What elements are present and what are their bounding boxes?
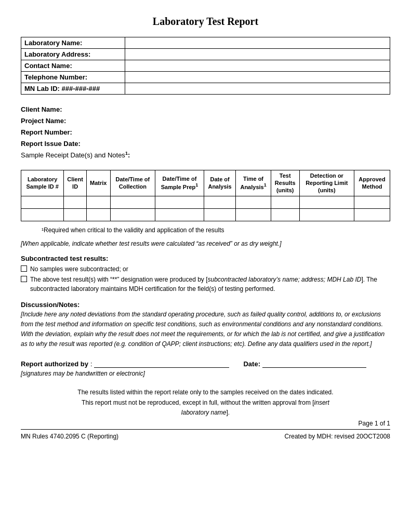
cell-date-sample-prep-1 [155, 196, 204, 208]
sig-note: [signatures may be handwritten or electr… [21, 370, 390, 377]
footer-lab-name: laboratory name [181, 409, 227, 416]
cell-matrix-2 [86, 208, 110, 221]
cell-client-id-1 [64, 196, 86, 208]
page-number: Page 1 of 1 [21, 420, 390, 427]
sig-label: Report authorized by [21, 360, 88, 368]
col-time-analysis: Time ofAnalysis1 [236, 170, 271, 196]
cell-date-analysis-2 [204, 208, 235, 221]
col-date-sample-prep: Date/Time ofSample Prep1 [155, 170, 204, 196]
subcontracted-item-2: The above test result(s) with “**” desig… [21, 275, 390, 294]
footer-note: The results listed within the report rel… [21, 388, 390, 418]
subcontracted-text-1: No samples were subcontracted; or [30, 264, 128, 274]
lab-name-row: Laboratory Name: [21, 37, 390, 49]
signature-section: Report authorized by: Date: [signatures … [21, 360, 390, 377]
col-matrix: Matrix [86, 170, 110, 196]
mn-rules-text: MN Rules 4740.2095 C (Reporting) [21, 433, 118, 440]
project-name-field: Project Name: [21, 115, 390, 127]
cell-date-sample-prep-2 [155, 208, 204, 221]
col-detection-reporting: Detection orReporting Limit(units) [299, 170, 354, 196]
footer-line2: This report must not be reproduced, exce… [21, 398, 390, 418]
mn-lab-id-value [125, 83, 390, 95]
cell-detection-1 [299, 196, 354, 208]
discussion-heading: Discussion/Notes: [21, 301, 390, 309]
cell-approved-method-2 [354, 208, 390, 221]
col-date-analysis: Date ofAnalysis [204, 170, 235, 196]
sample-receipt-field: Sample Receipt Date(s) and Notes1: [21, 150, 390, 161]
subcontracted-text-2: The above test result(s) with “**” desig… [30, 275, 390, 294]
table-row [21, 196, 390, 208]
date-label: Date: [243, 360, 260, 368]
bottom-divider [21, 429, 390, 430]
subcontracted-section: Subcontracted test results: No samples w… [21, 255, 390, 294]
cell-approved-method-1 [354, 196, 390, 208]
cell-lab-sample-id-2 [21, 208, 64, 221]
mn-lab-id-row: MN Lab ID: ###-###-### [21, 83, 390, 95]
table-header-row: LaboratorySample ID # ClientID Matrix Da… [21, 170, 390, 196]
bottom-footer: MN Rules 4740.2095 C (Reporting) Created… [21, 433, 390, 440]
telephone-row: Telephone Number: [21, 72, 390, 83]
cell-matrix-1 [86, 196, 110, 208]
discussion-section: Discussion/Notes: [Include here any note… [21, 301, 390, 350]
lab-name-value [125, 37, 390, 49]
footer-line1: The results listed within the report rel… [21, 388, 390, 397]
data-table-wrapper: LaboratorySample ID # ClientID Matrix Da… [21, 170, 390, 221]
cell-detection-2 [299, 208, 354, 221]
cell-test-results-2 [271, 208, 299, 221]
cell-date-analysis-1 [204, 196, 235, 208]
checkbox-2[interactable] [21, 276, 27, 282]
telephone-label: Telephone Number: [21, 72, 125, 83]
lab-address-label: Laboratory Address: [21, 49, 125, 60]
client-info-section: Client Name: Project Name: Report Number… [21, 104, 390, 162]
contact-name-value [125, 60, 390, 72]
cell-time-analysis-2 [236, 208, 271, 221]
table-row [21, 208, 390, 221]
cell-client-id-2 [64, 208, 86, 221]
created-by-text: Created by MDH: revised 20OCT2008 [285, 433, 390, 440]
cell-date-collection-1 [110, 196, 155, 208]
date-underline [262, 360, 366, 368]
sig-underline [94, 360, 229, 368]
col-client-id: ClientID [64, 170, 86, 196]
italic-note: [When applicable, indicate whether test … [21, 240, 390, 247]
telephone-value [125, 72, 390, 83]
mn-lab-id-label: MN Lab ID: ###-###-### [21, 83, 125, 95]
report-number-field: Report Number: [21, 127, 390, 138]
report-issue-date-field: Report Issue Date: [21, 138, 390, 150]
lab-address-row: Laboratory Address: [21, 49, 390, 60]
col-approved-method: ApprovedMethod [354, 170, 390, 196]
col-lab-sample-id: LaboratorySample ID # [21, 170, 64, 196]
report-title: Laboratory Test Report [21, 16, 390, 28]
lab-info-table: Laboratory Name: Laboratory Address: Con… [21, 37, 390, 95]
signature-line: Report authorized by: Date: [21, 360, 390, 368]
col-test-results: TestResults(units) [271, 170, 299, 196]
results-table: LaboratorySample ID # ClientID Matrix Da… [21, 170, 390, 221]
contact-name-label: Contact Name: [21, 60, 125, 72]
client-name-field: Client Name: [21, 104, 390, 115]
subcontracted-item-1: No samples were subcontracted; or [21, 264, 390, 274]
cell-time-analysis-1 [236, 196, 271, 208]
cell-lab-sample-id-1 [21, 196, 64, 208]
discussion-text: [Include here any noted deviations from … [21, 310, 390, 350]
footer-italic: insert [314, 399, 329, 406]
col-date-collection: Date/Time ofCollection [110, 170, 155, 196]
footnote-1: ¹Required when critical to the validity … [42, 227, 390, 234]
subcontracted-heading: Subcontracted test results: [21, 255, 390, 262]
lab-name-label: Laboratory Name: [21, 37, 125, 49]
cell-test-results-1 [271, 196, 299, 208]
contact-name-row: Contact Name: [21, 60, 390, 72]
checkbox-1[interactable] [21, 265, 27, 272]
lab-address-value [125, 49, 390, 60]
cell-date-collection-2 [110, 208, 155, 221]
